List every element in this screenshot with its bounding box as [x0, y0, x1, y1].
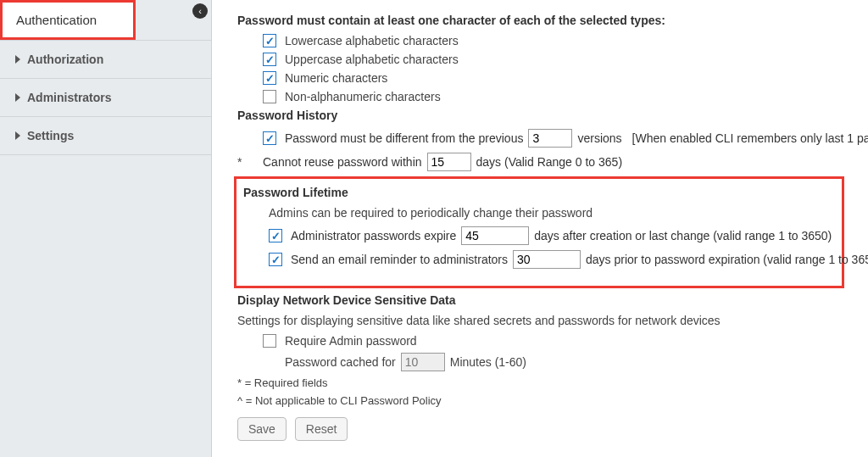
caret-right-icon	[15, 55, 20, 64]
chevron-left-icon: ‹	[198, 6, 202, 16]
option-label: Lowercase alphabetic characters	[285, 34, 459, 47]
option-uppercase: Uppercase alphabetic characters	[263, 53, 851, 66]
sidebar-item-settings[interactable]: Settings	[0, 117, 211, 155]
option-label: Password cached for	[285, 355, 396, 369]
save-button[interactable]: Save	[237, 417, 287, 441]
input-cached-minutes	[401, 353, 445, 371]
section-title-history: Password History	[237, 109, 851, 122]
app-root: ‹ Authentication Authorization Administr…	[0, 0, 868, 457]
sidebar-item-label: Authorization	[27, 53, 103, 66]
option-cached: Password cached for Minutes (1-60)	[263, 353, 851, 371]
checkbox-uppercase[interactable]	[263, 53, 276, 66]
option-label: Administrator passwords expire	[291, 229, 456, 242]
option-require-admin-pw: Require Admin password	[263, 334, 851, 348]
sidebar-collapse-button[interactable]: ‹	[192, 3, 208, 19]
checkbox-expire[interactable]	[269, 229, 282, 242]
required-asterisk: *	[237, 155, 258, 169]
option-label: Password must be different from the prev…	[285, 131, 523, 145]
content-panel: Password must contain at least one chara…	[212, 0, 868, 457]
option-label: Uppercase alphabetic characters	[285, 53, 459, 66]
button-row: Save Reset	[237, 417, 851, 441]
sidebar-item-authentication[interactable]: Authentication	[0, 0, 211, 41]
option-label: Numeric characters	[285, 71, 387, 85]
sidebar-item-label: Administrators	[27, 91, 112, 104]
checkbox-lowercase[interactable]	[263, 34, 276, 47]
option-label-post: days (Valid Range 0 to 365)	[476, 155, 623, 169]
option-label: Cannot reuse password within	[263, 155, 422, 169]
lifetime-description: Admins can be required to periodically c…	[269, 206, 835, 220]
option-label: Non-alphanumeric characters	[285, 90, 441, 103]
option-nonalpha: Non-alphanumeric characters	[263, 90, 851, 103]
sidebar-item-label: Authentication	[3, 3, 133, 37]
option-label: Send an email reminder to administrators	[291, 253, 508, 266]
footnote-required: * = Required fields	[237, 376, 851, 389]
checkbox-remind[interactable]	[269, 253, 282, 266]
input-history-versions[interactable]	[528, 129, 572, 148]
option-label-post: days prior to password expiration (valid…	[586, 253, 868, 266]
option-numeric: Numeric characters	[263, 71, 851, 85]
option-remind: Send an email reminder to administrators…	[269, 250, 835, 269]
password-lifetime-highlight: Password Lifetime Admins can be required…	[234, 176, 844, 288]
option-label-post: days after creation or last change (vali…	[534, 229, 832, 242]
option-reuse: * Cannot reuse password within days (Val…	[237, 153, 851, 171]
checkbox-require-admin-pw[interactable]	[263, 334, 276, 348]
sensitive-description: Settings for displaying sensitive data l…	[237, 314, 851, 327]
section-title-char-types: Password must contain at least one chara…	[237, 14, 851, 27]
option-label-post: Minutes (1-60)	[450, 355, 526, 369]
reset-button[interactable]: Reset	[295, 417, 348, 441]
input-remind-days[interactable]	[513, 250, 581, 269]
option-expire: Administrator passwords expire days afte…	[269, 226, 835, 245]
caret-right-icon	[15, 131, 20, 140]
section-title-lifetime: Password Lifetime	[243, 186, 835, 199]
input-expire-days[interactable]	[461, 226, 529, 245]
option-label-note: [When enabled CLI remembers only last 1 …	[632, 131, 868, 145]
footnote-cli: ^ = Not applicable to CLI Password Polic…	[237, 394, 851, 407]
checkbox-numeric[interactable]	[263, 71, 276, 85]
sidebar-item-label: Settings	[27, 129, 74, 142]
checkbox-history-diff[interactable]	[263, 131, 276, 145]
option-history-diff: Password must be different from the prev…	[263, 129, 851, 148]
input-reuse-days[interactable]	[427, 153, 471, 171]
checkbox-nonalpha[interactable]	[263, 90, 276, 103]
option-lowercase: Lowercase alphabetic characters	[263, 34, 851, 47]
sidebar: ‹ Authentication Authorization Administr…	[0, 0, 212, 457]
sidebar-item-authorization[interactable]: Authorization	[0, 41, 211, 79]
sidebar-item-administrators[interactable]: Administrators	[0, 79, 211, 117]
option-label-post: versions	[577, 131, 621, 145]
section-title-sensitive: Display Network Device Sensitive Data	[237, 293, 851, 307]
caret-right-icon	[15, 93, 20, 102]
authentication-highlight: Authentication	[0, 0, 136, 40]
option-label: Require Admin password	[285, 334, 417, 348]
